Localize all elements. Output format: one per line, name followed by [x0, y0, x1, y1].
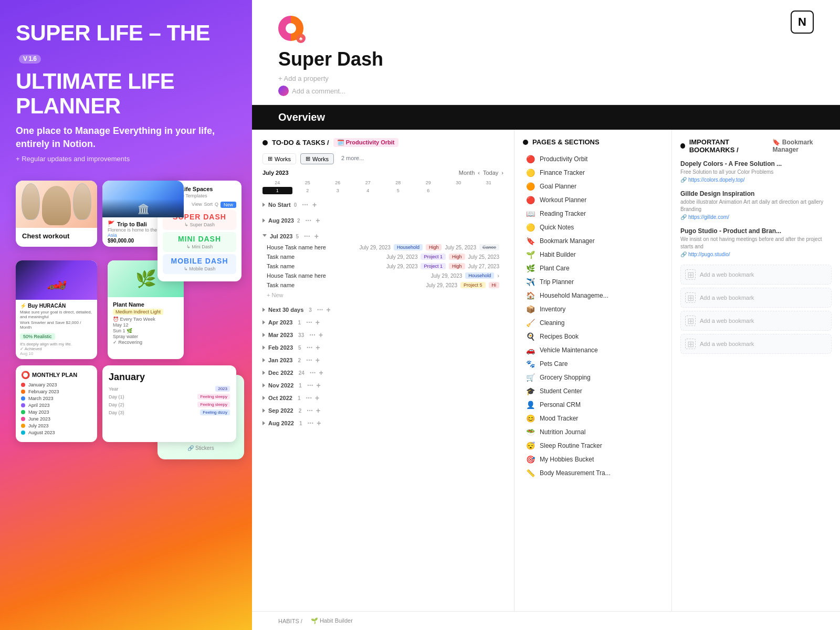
list-item[interactable]: 😴Sleep Routine Tracker [523, 439, 663, 453]
bookmark-desc: Free Solution to all your Color Problems [680, 169, 832, 176]
group-header-mar[interactable]: Mar 202333 ··· + [262, 329, 503, 341]
triangle-icon [262, 203, 265, 207]
table-row[interactable]: House Task name here July 29, 2023 House… [262, 243, 503, 252]
plant-water: Spray water [113, 334, 178, 339]
list-item[interactable]: ✈️Trip Planner [523, 275, 663, 289]
triangle-apr-icon [262, 320, 265, 324]
todo-dot [262, 140, 268, 145]
list-item[interactable]: 🏠Household Manageme... [523, 289, 663, 302]
bookmark-item: Pugo Studio - Product and Bran... We ins… [680, 227, 832, 257]
bookmark-link[interactable]: 🔗 https://colors.dopely.top/ [680, 177, 832, 183]
task-group-nostart: No Start0 ··· + [262, 198, 503, 211]
table-row[interactable]: Task name July 29, 2023 Project 1 High J… [262, 252, 503, 261]
group-header-sep22[interactable]: Sep 20222 ··· + [262, 404, 503, 417]
group-header-nov22[interactable]: Nov 20221 ··· + [262, 379, 503, 392]
cal-next[interactable]: › [501, 170, 503, 176]
group-header-jan[interactable]: Jan 20232 ··· + [262, 354, 503, 366]
list-item[interactable]: 🐾Pets Care [523, 357, 663, 371]
page-emoji-icon: 🍳 [525, 332, 536, 341]
table-row[interactable]: Task name July 29, 2023 Project 1 High J… [262, 261, 503, 271]
footer-habits: HABITS / [278, 618, 302, 624]
add-bookmark-label: Add a web bookmark [700, 295, 754, 301]
page-item-label: Nutrition Journal [540, 428, 585, 436]
group-header-oct22[interactable]: Oct 20221 ··· + [262, 392, 503, 404]
page-item-label: Inventory [540, 306, 565, 313]
page-item-label: Vehicle Maintenance [540, 346, 598, 354]
footer-habit-builder[interactable]: 🌱 Habit Builder [311, 617, 353, 624]
more-tabs-btn[interactable]: 2 more... [338, 153, 367, 164]
group-header-next30[interactable]: Next 30 days3 ··· + [262, 303, 503, 316]
cards-area: Super Life Spaces Super Life Templates V… [16, 181, 236, 442]
table-row[interactable]: House Task name here July 29, 2023 House… [262, 271, 503, 280]
page-emoji-icon: 🚗 [525, 346, 536, 354]
list-item[interactable]: 🔴Workout Planner [523, 193, 663, 207]
list-item[interactable]: 🎓Student Center [523, 384, 663, 398]
calendar-grid: 24 25 26 27 28 29 30 31 1 2 3 4 5 6 [262, 179, 503, 194]
add-bookmark-btn[interactable]: ⊞Add a web bookmark [680, 311, 832, 331]
list-item[interactable]: 🟡Finance Tracker [523, 166, 663, 180]
list-item[interactable]: 📏Body Measurement Tra... [523, 466, 663, 480]
calendar-header: July 2023 Month ‹ Today › [262, 170, 503, 176]
add-bookmark-btn[interactable]: ⊞Add a web bookmark [680, 288, 832, 308]
group-header-feb[interactable]: Feb 20235 ··· + [262, 341, 503, 354]
pages-list: 🔴Productivity Orbit🟡Finance Tracker🟠Goal… [523, 152, 663, 480]
list-item[interactable]: 🌱Habit Builder [523, 248, 663, 261]
today-btn[interactable]: Today [483, 170, 498, 176]
habits-sticker: 🔗 Stickers [166, 445, 236, 451]
group-header-aug[interactable]: Aug 20232 ··· + [262, 214, 503, 227]
list-item[interactable]: 🥗Nutrition Journal [523, 425, 663, 439]
list-item[interactable]: 🟡Quick Notes [523, 220, 663, 234]
todo-tabs[interactable]: ⊞⊞ WorksWorks ⊞Works 2 more... [262, 153, 503, 164]
add-task-btn[interactable]: + New [262, 290, 503, 300]
list-item[interactable]: 🌿Plant Care [523, 261, 663, 275]
page-item-label: Habit Builder [540, 251, 576, 258]
page-item-label: Productivity Orbit [540, 155, 587, 163]
group-header-apr[interactable]: Apr 20231 ··· + [262, 316, 503, 329]
list-item[interactable]: 🍳Recipes Book [523, 330, 663, 343]
add-bookmarks-list[interactable]: ⊞Add a web bookmark⊞Add a web bookmark⊞A… [680, 265, 832, 354]
group-header-jul[interactable]: Jul 20235 ··· + [262, 230, 503, 243]
add-bookmark-btn[interactable]: ⊞Add a web bookmark [680, 334, 832, 354]
add-comment[interactable]: Add a comment... [278, 86, 814, 96]
view-mode[interactable]: Month [459, 170, 475, 176]
plant-name: Plant Name [113, 301, 178, 308]
tab-works-2[interactable]: ⊞Works [300, 153, 334, 164]
list-item[interactable]: 🔖Bookmark Manager [523, 234, 663, 248]
bookmark-link[interactable]: 🔗 https://gillde.com/ [680, 214, 832, 220]
list-item[interactable]: 🎯My Hobbies Bucket [523, 453, 663, 466]
bookmark-desc: We insist on not having meetings before … [680, 236, 832, 250]
add-bookmark-btn[interactable]: ⊞Add a web bookmark [680, 265, 832, 285]
monthly-card: ⭕ MONTHLY PLAN January 2023 February 202… [16, 365, 97, 442]
triangle-dec22-icon [262, 371, 265, 375]
list-item[interactable]: 🛒Grocery Shopping [523, 371, 663, 384]
list-item[interactable]: 🚗Vehicle Maintenance [523, 343, 663, 357]
page-item-label: Body Measurement Tra... [540, 469, 611, 477]
jan-title: January [109, 372, 230, 383]
list-item[interactable]: 🟠Goal Planner [523, 180, 663, 193]
page-emoji-icon: 🌱 [525, 250, 536, 259]
group-header-dec22[interactable]: Dec 202224 ··· + [262, 366, 503, 379]
add-bookmark-label: Add a web bookmark [700, 318, 754, 324]
list-item[interactable]: 📦Inventory [523, 302, 663, 316]
group-header-nostart[interactable]: No Start0 ··· + [262, 198, 503, 211]
page-emoji-icon: 🟡 [525, 169, 536, 177]
bookmarks-column: IMPORTANT BOOKMARKS / 🔖 Bookmark Manager… [672, 130, 840, 611]
page-item-label: Recipes Book [540, 333, 579, 340]
page-emoji-icon: 🟠 [525, 182, 536, 191]
group-header-aug22[interactable]: Aug 20221 ··· + [262, 417, 503, 429]
plant-tag: Medium Indirect Light [113, 309, 163, 315]
table-row[interactable]: Task name July 29, 2023 Project 5 Hi [262, 280, 503, 290]
tab-works-1[interactable]: ⊞⊞ WorksWorks [262, 153, 296, 164]
list-item[interactable]: 🧹Cleaning [523, 316, 663, 330]
bookmark-link[interactable]: 🔗 http://pugo.studio/ [680, 251, 832, 257]
cal-prev[interactable]: ‹ [478, 170, 480, 176]
add-property[interactable]: + Add a property [278, 75, 814, 82]
list-item[interactable]: 👤Personal CRM [523, 398, 663, 412]
list-item[interactable]: 📖Reading Tracker [523, 207, 663, 220]
list-item[interactable]: 😊Mood Tracker [523, 412, 663, 425]
notion-logo: N [791, 10, 814, 34]
pages-column: PAGES & SECTIONS 🔴Productivity Orbit🟡Fin… [514, 130, 672, 611]
list-item[interactable]: 🔴Productivity Orbit [523, 152, 663, 166]
hero-subtitle: One place to Manage Everything in your l… [16, 124, 236, 151]
january-card: January Year 2023 Day (1) Feeling sleepy… [102, 365, 236, 442]
